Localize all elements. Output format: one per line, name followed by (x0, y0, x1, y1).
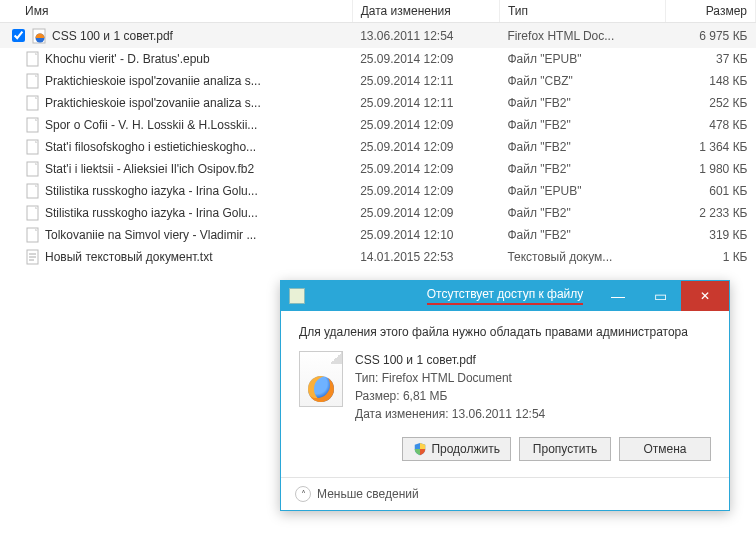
column-header-row: Имя Дата изменения Тип Размер (0, 0, 756, 23)
file-type: Файл "CBZ" (499, 70, 665, 92)
file-name: Tolkovaniie na Simvol viery - Vladimir .… (45, 228, 256, 242)
file-size: 478 КБ (666, 114, 756, 136)
close-button[interactable]: ✕ (681, 281, 729, 311)
table-row[interactable]: Spor o Cofii - V. H. Losskii & H.Losskii… (0, 114, 756, 136)
file-type: Файл "FB2" (499, 92, 665, 114)
file-type: Файл "FB2" (499, 224, 665, 246)
file-type: Файл "FB2" (499, 202, 665, 224)
file-icon (25, 183, 41, 199)
table-row[interactable]: Stat'i filosofskogho i estietichieskogho… (0, 136, 756, 158)
file-name: Новый текстовый документ.txt (45, 250, 213, 264)
table-row[interactable]: Новый текстовый документ.txt14.01.2015 2… (0, 246, 756, 268)
cancel-button[interactable]: Отмена (619, 437, 711, 461)
file-type: Файл "FB2" (499, 114, 665, 136)
file-date: 25.09.2014 12:09 (352, 180, 499, 202)
file-size: 148 КБ (666, 70, 756, 92)
file-icon (25, 139, 41, 155)
chevron-up-icon: ˄ (295, 486, 311, 502)
file-type: Файл "EPUB" (499, 48, 665, 70)
file-type: Файл "EPUB" (499, 180, 665, 202)
file-date: 25.09.2014 12:09 (352, 48, 499, 70)
file-size: 1 364 КБ (666, 136, 756, 158)
table-row[interactable]: Stilistika russkogho iazyka - Irina Golu… (0, 202, 756, 224)
table-row[interactable]: Stilistika russkogho iazyka - Irina Golu… (0, 180, 756, 202)
row-checkbox[interactable] (12, 29, 25, 42)
dialog-file-info: CSS 100 и 1 совет.pdf Тип: Firefox HTML … (299, 351, 711, 423)
file-name: CSS 100 и 1 совет.pdf (52, 29, 173, 43)
file-name: Stat'i i liektsii - Alieksiei Il'ich Osi… (45, 162, 254, 176)
dialog-titlebar[interactable]: Отсутствует доступ к файлу — ▭ ✕ (281, 281, 729, 311)
file-size: 37 КБ (666, 48, 756, 70)
column-type[interactable]: Тип (499, 0, 665, 23)
uac-shield-icon (413, 442, 427, 456)
table-row[interactable]: Praktichieskoie ispol'zovaniie analiza s… (0, 92, 756, 114)
minimize-button[interactable]: — (597, 281, 639, 311)
column-size[interactable]: Размер (666, 0, 756, 23)
maximize-button[interactable]: ▭ (639, 281, 681, 311)
file-icon (25, 51, 41, 67)
file-list: Имя Дата изменения Тип Размер CSS 100 и … (0, 0, 756, 268)
file-date: 13.06.2011 12:54 (352, 23, 499, 49)
app-icon (289, 288, 305, 304)
file-date: 25.09.2014 12:09 (352, 158, 499, 180)
skip-button[interactable]: Пропустить (519, 437, 611, 461)
file-icon (25, 227, 41, 243)
file-size: 252 КБ (666, 92, 756, 114)
file-name: Stat'i filosofskogho i estietichieskogho… (45, 140, 256, 154)
file-date: 25.09.2014 12:10 (352, 224, 499, 246)
file-icon (25, 161, 41, 177)
table-row[interactable]: Stat'i i liektsii - Alieksiei Il'ich Osi… (0, 158, 756, 180)
file-icon (25, 95, 41, 111)
table-row[interactable]: Khochu vierit' - D. Bratus'.epub25.09.20… (0, 48, 756, 70)
file-date: 25.09.2014 12:11 (352, 70, 499, 92)
access-denied-dialog: Отсутствует доступ к файлу — ▭ ✕ Для уда… (280, 280, 730, 511)
file-date: 25.09.2014 12:09 (352, 114, 499, 136)
file-size: 1 КБ (666, 246, 756, 268)
file-icon (25, 73, 41, 89)
file-type: Файл "FB2" (499, 158, 665, 180)
file-size: 319 КБ (666, 224, 756, 246)
file-date: 14.01.2015 22:53 (352, 246, 499, 268)
firefox-file-icon (299, 351, 343, 407)
file-name: Stilistika russkogho iazyka - Irina Golu… (45, 184, 258, 198)
file-name: Khochu vierit' - D. Bratus'.epub (45, 52, 210, 66)
table-row[interactable]: Tolkovaniie na Simvol viery - Vladimir .… (0, 224, 756, 246)
file-date: 25.09.2014 12:11 (352, 92, 499, 114)
file-icon (32, 28, 48, 44)
dialog-file-name: CSS 100 и 1 совет.pdf (355, 351, 545, 369)
file-size: 601 КБ (666, 180, 756, 202)
file-icon (25, 249, 41, 265)
dialog-file-date: Дата изменения: 13.06.2011 12:54 (355, 405, 545, 423)
table-row[interactable]: Praktichieskoie ispol'zovaniie analiza s… (0, 70, 756, 92)
file-name: Stilistika russkogho iazyka - Irina Golu… (45, 206, 258, 220)
file-size: 2 233 КБ (666, 202, 756, 224)
file-size: 1 980 КБ (666, 158, 756, 180)
column-name[interactable]: Имя (0, 0, 352, 23)
dialog-file-type: Тип: Firefox HTML Document (355, 369, 545, 387)
table-row[interactable]: CSS 100 и 1 совет.pdf13.06.2011 12:54Fir… (0, 23, 756, 49)
file-icon (25, 205, 41, 221)
file-type: Текстовый докум... (499, 246, 665, 268)
file-name: Spor o Cofii - V. H. Losskii & H.Losskii… (45, 118, 257, 132)
file-date: 25.09.2014 12:09 (352, 202, 499, 224)
dialog-file-size: Размер: 6,81 МБ (355, 387, 545, 405)
column-date[interactable]: Дата изменения (352, 0, 499, 23)
file-size: 6 975 КБ (666, 23, 756, 49)
file-type: Файл "FB2" (499, 136, 665, 158)
continue-button[interactable]: Продолжить (402, 437, 511, 461)
file-name: Praktichieskoie ispol'zovaniie analiza s… (45, 74, 261, 88)
file-type: Firefox HTML Doc... (499, 23, 665, 49)
file-icon (25, 117, 41, 133)
dialog-details-toggle[interactable]: ˄ Меньше сведений (281, 477, 729, 510)
file-date: 25.09.2014 12:09 (352, 136, 499, 158)
dialog-message: Для удаления этого файла нужно обладать … (299, 325, 711, 339)
file-name: Praktichieskoie ispol'zovaniie analiza s… (45, 96, 261, 110)
